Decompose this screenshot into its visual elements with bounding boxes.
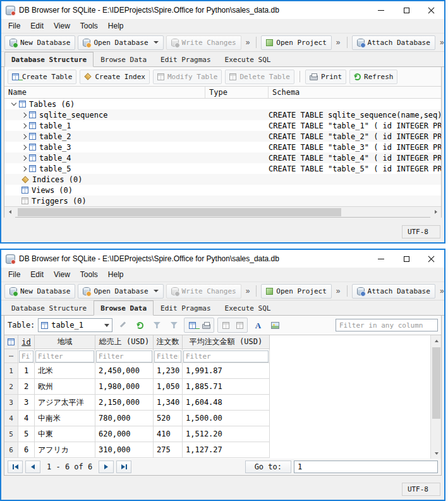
close-button[interactable]	[419, 250, 444, 268]
menu-edit[interactable]: Edit	[25, 268, 49, 281]
row-number[interactable]: 4	[4, 411, 18, 426]
open-project-button[interactable]: Open Project	[261, 35, 331, 50]
tab-database-structure[interactable]: Database Structure	[4, 52, 94, 67]
maximize-button[interactable]	[394, 1, 419, 19]
tree-row-triggers[interactable]: Triggers (0)	[4, 195, 441, 206]
titlebar[interactable]: DB Browser for SQLite - E:\IDEProjects\S…	[1, 1, 444, 19]
table-select[interactable]: table_1	[38, 318, 112, 332]
cell-region[interactable]: 欧州	[35, 379, 95, 395]
tree-row-table-3[interactable]: table_3 CREATE TABLE "table_3" ( id INTE…	[4, 142, 441, 152]
tree-row-indices[interactable]: Indices (0)	[4, 174, 441, 185]
filter-input-id[interactable]	[19, 350, 33, 362]
toolbar-overflow-icon[interactable]: »	[334, 287, 342, 295]
first-record-button[interactable]	[8, 461, 23, 473]
column-header-sales[interactable]: 総売上 (USD)	[95, 335, 154, 349]
scroll-right-button[interactable]	[430, 207, 441, 218]
column-header-region[interactable]: 地域	[35, 335, 95, 349]
tree-row-sqlite-sequence[interactable]: sqlite_sequence CREATE TABLE sqlite_sequ…	[4, 109, 441, 120]
write-changes-button[interactable]: Write Changes	[166, 284, 241, 299]
row-number[interactable]: 3	[4, 395, 18, 411]
print-button[interactable]: Print	[305, 70, 346, 84]
cell-id[interactable]: 3	[18, 395, 35, 411]
tree-row-table-5[interactable]: table_5 CREATE TABLE "table_5" ( id INTE…	[4, 163, 441, 174]
toolbar-overflow-icon[interactable]: »	[244, 38, 252, 47]
open-database-button[interactable]: Open Database	[78, 35, 163, 50]
refresh-button[interactable]: Refresh	[349, 70, 397, 84]
tree-column-name[interactable]: Name	[4, 87, 205, 98]
cell-sales[interactable]: 2,150,000	[95, 395, 154, 411]
cell-avg[interactable]: 1,991.87	[183, 363, 270, 379]
insert-record-button[interactable]	[185, 318, 199, 332]
minimize-button[interactable]	[368, 1, 394, 19]
tree-column-schema[interactable]: Schema	[269, 87, 441, 98]
cell-sales[interactable]: 310,000	[95, 442, 154, 458]
cell-orders[interactable]: 520	[154, 411, 183, 426]
last-record-button[interactable]	[116, 461, 131, 473]
font-button[interactable]: A	[251, 318, 265, 332]
scrollbar-thumb[interactable]	[432, 347, 440, 419]
chevron-right-icon[interactable]	[21, 155, 27, 160]
menu-tools[interactable]: Tools	[75, 268, 103, 281]
scroll-up-button[interactable]	[431, 335, 441, 346]
print-button[interactable]	[199, 318, 213, 332]
tab-edit-pragmas[interactable]: Edit Pragmas	[154, 300, 217, 316]
open-project-button[interactable]: Open Project	[261, 284, 331, 299]
cell-id[interactable]: 1	[18, 363, 35, 379]
cell-id[interactable]: 2	[18, 379, 35, 395]
toolbar-overflow-icon[interactable]: »	[334, 38, 342, 47]
toolbar-overflow-icon[interactable]: »	[438, 38, 445, 47]
create-table-button[interactable]: Create Table	[8, 70, 76, 84]
chevron-right-icon[interactable]	[21, 133, 27, 139]
chevron-right-icon[interactable]	[21, 123, 27, 128]
column-header-avg[interactable]: 平均注文金額 (USD)	[183, 335, 270, 349]
new-database-button[interactable]: New Database	[4, 35, 75, 50]
cell-avg[interactable]: 1,604.48	[183, 395, 270, 411]
toolbar-overflow-icon[interactable]: »	[438, 287, 445, 295]
goto-record-input[interactable]	[294, 461, 438, 473]
open-database-button[interactable]: Open Database	[78, 284, 163, 299]
cell-region[interactable]: アジア太平洋	[35, 395, 95, 411]
scroll-down-button[interactable]	[431, 448, 441, 459]
save-filter-button[interactable]	[167, 318, 181, 332]
tab-browse-data[interactable]: Browse Data	[94, 300, 154, 316]
cell-orders[interactable]: 1,230	[154, 363, 183, 379]
cell-sales[interactable]: 1,980,000	[95, 379, 154, 395]
tab-edit-pragmas[interactable]: Edit Pragmas	[154, 52, 217, 67]
image-button[interactable]	[268, 318, 282, 332]
menu-view[interactable]: View	[49, 268, 75, 281]
row-number[interactable]: 6	[4, 442, 18, 458]
menu-edit[interactable]: Edit	[25, 20, 49, 32]
horizontal-scrollbar[interactable]	[4, 206, 441, 217]
attach-database-button[interactable]: Attach Database	[352, 284, 435, 299]
chevron-right-icon[interactable]	[21, 144, 27, 149]
delete-table-button[interactable]: Delete Table	[225, 70, 294, 84]
modify-table-button[interactable]: Modify Table	[153, 70, 222, 84]
row-number[interactable]: 1	[4, 363, 18, 379]
refresh-button[interactable]	[133, 318, 147, 332]
scrollbar-thumb[interactable]	[18, 208, 341, 216]
tree-column-type[interactable]: Type	[205, 87, 269, 98]
tree-row-table-4[interactable]: table_4 CREATE TABLE "table_4" ( id INTE…	[4, 152, 441, 163]
cell-avg[interactable]: 1,512.20	[183, 426, 270, 442]
minimize-button[interactable]	[368, 250, 394, 268]
cell-avg[interactable]: 1,885.71	[183, 379, 270, 395]
attach-database-button[interactable]: Attach Database	[352, 35, 435, 50]
filter-input-sales[interactable]	[96, 350, 152, 362]
tree-row-table-1[interactable]: table_1 CREATE TABLE "table_1" ( id INTE…	[4, 120, 441, 131]
tab-execute-sql[interactable]: Execute SQL	[218, 300, 278, 316]
chevron-right-icon[interactable]	[21, 112, 27, 117]
export-record-button[interactable]	[233, 318, 246, 332]
goto-button[interactable]: Go to:	[245, 461, 291, 473]
filter-input-region[interactable]	[35, 350, 94, 362]
menu-file[interactable]: File	[3, 268, 25, 281]
tree-row-tables[interactable]: Tables (6)	[4, 99, 441, 109]
menu-file[interactable]: File	[3, 20, 25, 32]
combo-dropdown-button[interactable]	[102, 319, 112, 331]
cell-avg[interactable]: 1,127.27	[183, 442, 270, 458]
tab-execute-sql[interactable]: Execute SQL	[218, 52, 278, 67]
cell-orders[interactable]: 1,340	[154, 395, 183, 411]
filter-input-orders[interactable]	[154, 350, 181, 362]
cell-sales[interactable]: 2,450,000	[95, 363, 154, 379]
cell-sales[interactable]: 780,000	[95, 411, 154, 426]
grid-corner-cell[interactable]	[4, 335, 18, 349]
